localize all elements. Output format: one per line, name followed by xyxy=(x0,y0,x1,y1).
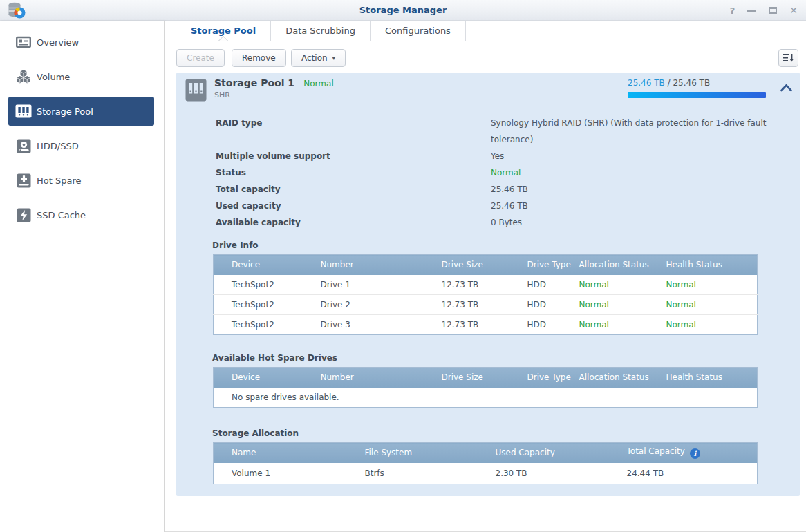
used-capacity-value: 25.46 TB xyxy=(491,198,767,214)
volume-icon xyxy=(15,69,32,84)
table-cell: Normal xyxy=(666,275,758,295)
empty-row: No spare drives available. xyxy=(214,388,758,408)
pool-raid-type: SHR xyxy=(214,91,334,99)
table-header-row: Name File System Used Capacity Total Cap… xyxy=(214,443,758,463)
close-icon[interactable]: ✕ xyxy=(789,6,798,15)
sidebar-item-storage-pool[interactable]: Storage Pool xyxy=(8,97,154,126)
pool-details: RAID typeSynology Hybrid RAID (SHR) (Wit… xyxy=(216,115,800,231)
pool-name: Storage Pool 1 xyxy=(214,77,294,88)
sidebar-item-label: Volume xyxy=(37,72,70,82)
table-cell: Drive 2 xyxy=(321,295,442,315)
table-header-row: Device Number Drive Size Drive Type Allo… xyxy=(214,368,758,388)
table-cell: TechSpot2 xyxy=(214,295,321,315)
table-row[interactable]: Volume 1Btrfs2.30 TB24.44 TB xyxy=(214,463,758,484)
tab-storage-pool[interactable]: Storage Pool xyxy=(176,21,271,41)
collapse-chevron-up-icon[interactable] xyxy=(780,84,792,92)
status-value: Normal xyxy=(491,164,767,181)
tab-data-scrubbing[interactable]: Data Scrubbing xyxy=(271,21,371,41)
table-cell: 24.44 TB xyxy=(627,463,758,484)
table-cell: TechSpot2 xyxy=(214,315,321,335)
total-capacity-value: 25.46 TB xyxy=(491,181,767,198)
raid-type-value: Synology Hybrid RAID (SHR) (With data pr… xyxy=(491,115,767,148)
info-icon[interactable]: i xyxy=(690,448,700,459)
drive-info-table: Device Number Drive Size Drive Type Allo… xyxy=(213,254,758,335)
empty-message: No spare drives available. xyxy=(214,388,758,408)
pool-header: Storage Pool 1 - Normal SHR 25.46 TB / 2… xyxy=(176,73,800,105)
main-content: Storage Pool Data Scrubbing Configuratio… xyxy=(165,21,806,532)
remove-button[interactable]: Remove xyxy=(232,49,286,67)
sidebar: Overview Volume Storage Pool HDD/SSD Hot… xyxy=(0,21,165,532)
table-cell: HDD xyxy=(527,275,579,295)
table-cell: TechSpot2 xyxy=(214,275,321,295)
sidebar-item-label: Hot Spare xyxy=(37,175,82,186)
table-row[interactable]: TechSpot2Drive 112.73 TBHDDNormalNormal xyxy=(214,275,758,295)
chevron-down-icon: ▾ xyxy=(332,55,336,61)
table-row[interactable]: TechSpot2Drive 312.73 TBHDDNormalNormal xyxy=(214,315,758,335)
sidebar-item-label: Storage Pool xyxy=(37,106,93,117)
sidebar-item-label: SSD Cache xyxy=(37,210,86,220)
table-cell: HDD xyxy=(527,295,579,315)
window-title: Storage Manager xyxy=(0,0,806,21)
help-icon[interactable]: ? xyxy=(730,6,735,15)
table-row[interactable]: TechSpot2Drive 212.73 TBHDDNormalNormal xyxy=(214,295,758,315)
storage-pool-icon-large xyxy=(185,79,207,102)
sidebar-item-hot-spare[interactable]: Hot Spare xyxy=(8,166,154,195)
storage-pool-panel: Storage Pool 1 - Normal SHR 25.46 TB / 2… xyxy=(176,73,800,496)
table-cell: 12.73 TB xyxy=(442,315,527,335)
storage-allocation-table: Name File System Used Capacity Total Cap… xyxy=(213,442,758,484)
tab-bar: Storage Pool Data Scrubbing Configuratio… xyxy=(165,21,806,41)
table-cell: Normal xyxy=(579,315,666,335)
table-header-row: Device Number Drive Size Drive Type Allo… xyxy=(214,255,758,275)
table-cell: Volume 1 xyxy=(214,463,365,484)
hot-spare-table: Device Number Drive Size Drive Type Allo… xyxy=(213,367,758,408)
storage-allocation-title: Storage Allocation xyxy=(212,428,800,438)
maximize-icon[interactable] xyxy=(769,7,777,14)
sort-descending-icon xyxy=(783,53,794,63)
sidebar-item-label: HDD/SSD xyxy=(37,141,79,151)
pool-status: Normal xyxy=(303,79,333,88)
multiple-volume-support-value: Yes xyxy=(491,148,767,164)
table-cell: HDD xyxy=(527,315,579,335)
action-button[interactable]: Action▾ xyxy=(291,49,346,67)
table-cell: Drive 1 xyxy=(321,275,442,295)
table-cell: Normal xyxy=(579,295,666,315)
table-cell: Normal xyxy=(666,315,758,335)
hot-spare-title: Available Hot Spare Drives xyxy=(212,353,800,363)
tab-configurations[interactable]: Configurations xyxy=(371,21,466,41)
minimize-icon[interactable] xyxy=(747,10,756,12)
hot-spare-icon xyxy=(15,173,32,188)
drive-info-title: Drive Info xyxy=(212,240,800,250)
create-button[interactable]: Create xyxy=(176,49,225,67)
capacity-summary: 25.46 TB / 25.46 TB xyxy=(628,78,766,98)
capacity-bar xyxy=(628,92,766,98)
table-cell: 2.30 TB xyxy=(496,463,627,484)
storage-pool-icon xyxy=(15,104,32,119)
table-cell: 12.73 TB xyxy=(442,275,527,295)
table-cell: Normal xyxy=(579,275,666,295)
sort-button[interactable] xyxy=(778,49,798,67)
hdd-icon xyxy=(15,138,32,153)
capacity-used: 25.46 TB xyxy=(628,78,665,88)
sidebar-item-volume[interactable]: Volume xyxy=(8,62,154,91)
sidebar-item-overview[interactable]: Overview xyxy=(8,28,154,57)
capacity-total: 25.46 TB xyxy=(673,78,710,88)
overview-icon xyxy=(15,35,32,50)
table-cell: Normal xyxy=(666,295,758,315)
available-capacity-value: 0 Bytes xyxy=(491,214,767,231)
table-cell: Drive 3 xyxy=(321,315,442,335)
table-cell: 12.73 TB xyxy=(442,295,527,315)
sidebar-item-ssd-cache[interactable]: SSD Cache xyxy=(8,200,154,229)
title-bar: Storage Manager ? ✕ xyxy=(0,0,806,21)
table-cell: Btrfs xyxy=(365,463,496,484)
sidebar-item-label: Overview xyxy=(37,37,79,48)
toolbar: Create Remove Action▾ xyxy=(165,41,806,73)
ssd-cache-icon xyxy=(15,207,32,222)
sidebar-item-hdd-ssd[interactable]: HDD/SSD xyxy=(8,131,154,160)
